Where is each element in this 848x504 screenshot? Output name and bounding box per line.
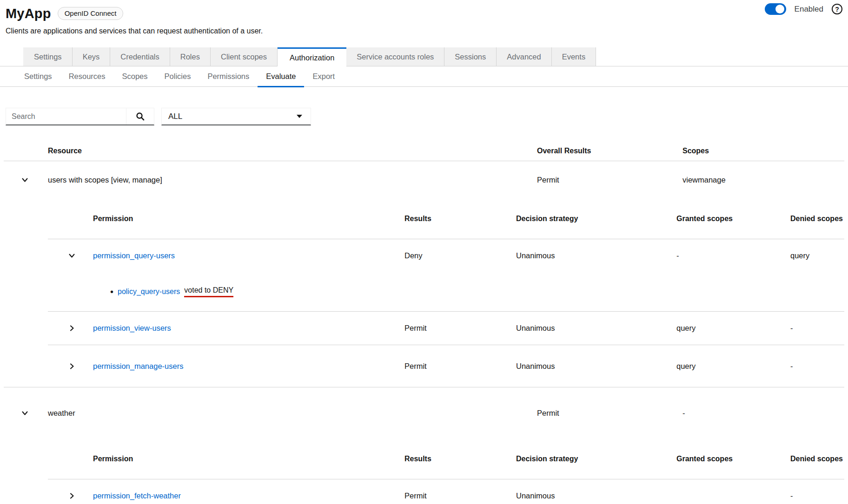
subtab-policies[interactable]: Policies	[156, 66, 199, 87]
permission-link[interactable]: permission_query-users	[93, 251, 175, 260]
tab-service-accounts-roles[interactable]: Service accounts roles	[346, 47, 444, 66]
tab-authorization[interactable]: Authorization	[278, 47, 346, 66]
search-group	[6, 108, 154, 125]
policy-vote-text: voted to DENY	[184, 286, 233, 297]
chevron-right-icon	[68, 492, 75, 499]
granted-scopes: query	[676, 324, 790, 333]
chevron-down-icon	[297, 115, 302, 118]
enabled-toggle[interactable]	[765, 3, 786, 15]
chevron-down-icon	[21, 177, 28, 183]
permission-result: Deny	[404, 251, 516, 260]
page-header: MyApp OpenID Connect Enabled ? Clients a…	[0, 0, 848, 35]
permission-result: Permit	[404, 491, 516, 500]
resource-table-header: Resource Overall Results Scopes	[4, 141, 844, 161]
evaluation-results-table: Resource Overall Results Scopes users wi…	[4, 141, 844, 504]
tab-sessions[interactable]: Sessions	[444, 47, 497, 66]
col-resource: Resource	[48, 147, 537, 155]
chevron-down-icon	[68, 252, 75, 259]
col-results: Results	[404, 455, 516, 463]
search-icon	[136, 112, 145, 121]
col-granted-scopes: Granted scopes	[676, 215, 790, 223]
permission-link[interactable]: permission_fetch-weather	[93, 491, 181, 500]
denied-scopes: -	[790, 324, 844, 333]
expand-permission-button[interactable]	[48, 492, 93, 499]
chevron-right-icon	[68, 325, 75, 332]
denied-scopes: query	[790, 251, 844, 260]
resource-name: weather	[48, 409, 537, 418]
page-title: MyApp	[6, 6, 51, 21]
col-granted-scopes: Granted scopes	[676, 455, 790, 463]
tab-credentials[interactable]: Credentials	[110, 47, 170, 66]
toggle-knob	[775, 5, 784, 13]
subtab-evaluate[interactable]: Evaluate	[258, 66, 304, 87]
tab-advanced[interactable]: Advanced	[497, 47, 551, 66]
collapse-resource-button[interactable]	[4, 177, 48, 183]
resource-name: users with scopes [view, manage]	[48, 176, 537, 184]
col-decision-strategy: Decision strategy	[516, 215, 676, 223]
tab-roles[interactable]: Roles	[170, 47, 211, 66]
decision-strategy: Unanimous	[516, 362, 676, 371]
decision-strategy: Unanimous	[516, 491, 676, 500]
subtab-permissions[interactable]: Permissions	[199, 66, 258, 87]
permission-link[interactable]: permission_view-users	[93, 324, 171, 332]
col-denied-scopes: Denied scopes	[790, 455, 844, 463]
evaluate-toolbar: ALL	[6, 108, 848, 125]
chevron-right-icon	[68, 363, 75, 370]
permission-result: Permit	[404, 324, 516, 333]
resource-row-weather: weather Permit -	[4, 387, 844, 439]
col-overall-results: Overall Results	[537, 147, 682, 155]
resource-scopes: viewmanage	[682, 176, 844, 184]
permission-row-manage-users: permission_manage-users Permit Unanimous…	[48, 345, 844, 387]
denied-scopes: -	[790, 491, 844, 500]
expand-permission-button[interactable]	[48, 363, 93, 370]
resource-row-users: users with scopes [view, manage] Permit …	[4, 161, 844, 198]
subtab-resources[interactable]: Resources	[60, 66, 114, 87]
permission-table-header: Permission Results Decision strategy Gra…	[48, 198, 844, 239]
col-results: Results	[404, 215, 516, 223]
subtab-settings[interactable]: Settings	[16, 66, 60, 87]
policy-link[interactable]: policy_query-users	[118, 288, 180, 296]
authorization-subtabs: Settings Resources Scopes Policies Permi…	[16, 66, 848, 87]
collapse-resource-button[interactable]	[4, 410, 48, 417]
permission-row-view-users: permission_view-users Permit Unanimous q…	[48, 312, 844, 345]
enabled-label: Enabled	[795, 5, 823, 14]
col-permission: Permission	[93, 455, 404, 463]
tab-settings[interactable]: Settings	[23, 47, 73, 66]
permission-result: Permit	[404, 362, 516, 371]
permissions-table-users: Permission Results Decision strategy Gra…	[48, 198, 844, 387]
overall-result: Permit	[537, 176, 682, 184]
client-details-page: MyApp OpenID Connect Enabled ? Clients a…	[0, 0, 848, 504]
tab-client-scopes[interactable]: Client scopes	[211, 47, 278, 66]
chevron-down-icon	[21, 410, 28, 417]
decision-strategy: Unanimous	[516, 324, 676, 333]
result-filter-dropdown[interactable]: ALL	[161, 108, 311, 125]
col-permission: Permission	[93, 215, 404, 223]
permission-row-fetch-weather: permission_fetch-weather Permit Unanimou…	[48, 479, 844, 504]
expand-permission-button[interactable]	[48, 325, 93, 332]
col-decision-strategy: Decision strategy	[516, 455, 676, 463]
protocol-badge: OpenID Connect	[58, 7, 124, 20]
bullet-icon: •	[110, 287, 113, 296]
help-icon[interactable]: ?	[832, 4, 842, 14]
subtab-export[interactable]: Export	[304, 66, 343, 87]
permissions-table-weather: Permission Results Decision strategy Gra…	[48, 439, 844, 504]
col-denied-scopes: Denied scopes	[790, 215, 844, 223]
decision-strategy: Unanimous	[516, 251, 676, 260]
search-input[interactable]	[6, 108, 126, 124]
page-subtitle: Clients are applications and services th…	[6, 27, 842, 35]
tab-keys[interactable]: Keys	[73, 47, 111, 66]
denied-scopes: -	[790, 362, 844, 371]
permission-row-query-users: permission_query-users Deny Unanimous - …	[48, 239, 844, 272]
granted-scopes: -	[676, 251, 790, 260]
permission-link[interactable]: permission_manage-users	[93, 362, 183, 370]
tab-events[interactable]: Events	[552, 47, 596, 66]
subtab-scopes[interactable]: Scopes	[114, 66, 156, 87]
overall-result: Permit	[537, 409, 682, 418]
search-button[interactable]	[126, 108, 154, 124]
client-tabs: Settings Keys Credentials Roles Client s…	[23, 47, 848, 66]
policy-detail-row: • policy_query-users voted to DENY	[48, 272, 844, 312]
col-scopes: Scopes	[682, 147, 844, 155]
permission-table-header: Permission Results Decision strategy Gra…	[48, 439, 844, 479]
collapse-permission-button[interactable]	[48, 252, 93, 259]
result-filter-value: ALL	[168, 112, 182, 121]
